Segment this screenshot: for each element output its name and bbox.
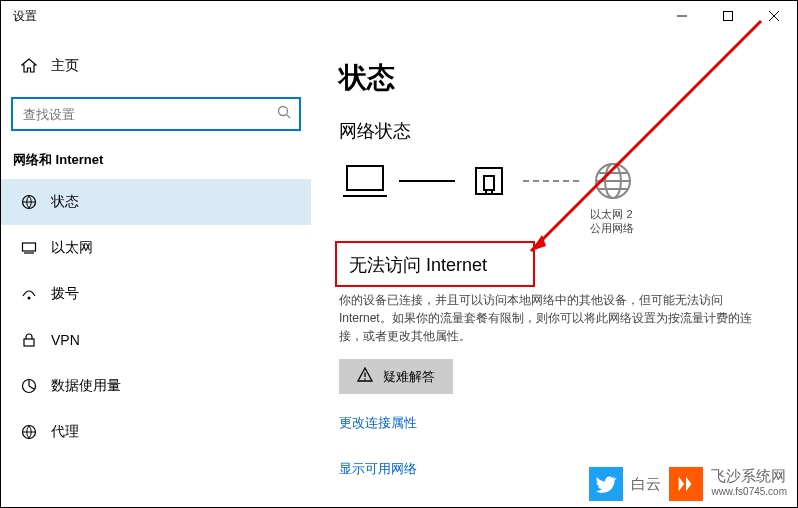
troubleshoot-button[interactable]: 疑难解答 [339, 359, 453, 394]
close-button[interactable] [751, 1, 797, 31]
adapter-icon [463, 164, 515, 198]
close-icon [769, 11, 779, 21]
nav-dialup[interactable]: 拨号 [1, 271, 311, 317]
watermark-feisha: 飞沙系统网 www.fs0745.com [711, 468, 787, 500]
maximize-button[interactable] [705, 1, 751, 31]
change-properties-link[interactable]: 更改连接属性 [339, 414, 769, 432]
maximize-icon [723, 11, 733, 21]
titlebar: 设置 [1, 1, 797, 31]
search-icon [277, 105, 291, 123]
minimize-button[interactable] [659, 1, 705, 31]
home-label: 主页 [51, 57, 79, 75]
svg-point-4 [279, 107, 288, 116]
nav-vpn[interactable]: VPN [1, 317, 311, 363]
sidebar: 主页 网络和 Internet 状态 以太网 [1, 31, 311, 507]
vpn-icon [19, 332, 39, 348]
nav-status[interactable]: 状态 [1, 179, 311, 225]
network-type: 公用网络 [454, 221, 769, 235]
nav-data-usage[interactable]: 数据使用量 [1, 363, 311, 409]
window-controls [659, 1, 797, 31]
bird-icon [589, 467, 623, 501]
dialup-icon [19, 286, 39, 302]
connection-line-dashed [523, 180, 579, 182]
ethernet-icon [19, 240, 39, 256]
nav-label: 数据使用量 [51, 377, 121, 395]
svg-rect-1 [724, 12, 733, 21]
section-title: 网络状态 [339, 119, 769, 143]
svg-rect-7 [23, 243, 36, 251]
nav-label: 拨号 [51, 285, 79, 303]
svg-rect-13 [347, 166, 383, 190]
search-input[interactable] [11, 97, 301, 131]
svg-line-5 [287, 115, 291, 119]
adapter-labels: 以太网 2 公用网络 [454, 207, 769, 235]
nav-label: 代理 [51, 423, 79, 441]
watermark: 白云 飞沙系统网 www.fs0745.com [589, 467, 787, 501]
pc-icon [339, 164, 391, 198]
svg-rect-10 [24, 339, 34, 346]
svg-point-25 [364, 378, 366, 380]
arrows-icon [669, 467, 703, 501]
svg-point-9 [28, 297, 31, 300]
connection-line-solid [399, 180, 455, 182]
globe-icon [587, 161, 639, 201]
data-usage-icon [19, 378, 39, 394]
warning-icon [357, 367, 373, 386]
nav-label: 状态 [51, 193, 79, 211]
main-content: 状态 网络状态 以太网 2 公用网络 无法访问 Internet 你的设备已连接… [311, 31, 797, 507]
no-internet-text: 无法访问 Internet [349, 253, 521, 277]
nav-label: 以太网 [51, 239, 93, 257]
troubleshoot-label: 疑难解答 [383, 368, 435, 386]
adapter-name: 以太网 2 [454, 207, 769, 221]
page-title: 状态 [339, 59, 769, 97]
svg-rect-16 [484, 176, 494, 190]
home-nav[interactable]: 主页 [1, 43, 311, 89]
proxy-icon [19, 424, 39, 440]
network-diagram [339, 161, 769, 201]
nav-ethernet[interactable]: 以太网 [1, 225, 311, 271]
watermark-baiyun: 白云 [631, 476, 661, 492]
minimize-icon [677, 11, 687, 21]
home-icon [19, 58, 39, 74]
status-icon [19, 194, 39, 210]
nav-proxy[interactable]: 代理 [1, 409, 311, 455]
highlight-box: 无法访问 Internet [335, 241, 535, 287]
nav-label: VPN [51, 332, 80, 348]
category-title: 网络和 Internet [1, 131, 311, 179]
description-text: 你的设备已连接，并且可以访问本地网络中的其他设备，但可能无法访问 Interne… [339, 291, 759, 345]
window-title: 设置 [13, 8, 37, 25]
